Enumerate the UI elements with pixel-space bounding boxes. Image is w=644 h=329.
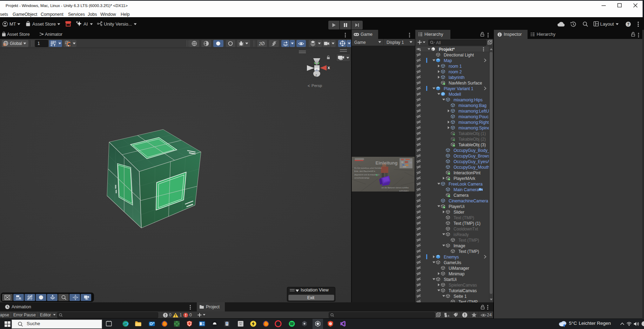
svg-text:Du bist bewohner einer fremden: Du bist bewohner einer fremden [354, 167, 382, 169]
svg-text:2: 2 [259, 41, 261, 46]
svg-text:x: x [328, 65, 330, 70]
svg-text:z: z [315, 73, 317, 77]
svg-text:?: ? [627, 22, 630, 26]
svg-text:verschiedenartige: verschiedenartige [354, 177, 369, 179]
svg-text:Erde, dein Raumschiff is: Erde, dein Raumschiff is [354, 170, 375, 172]
svg-text:abgestürzt und du brauchst 3: abgestürzt und du brauchst 3 [354, 174, 379, 176]
svg-text:um die Batterien deines schiff: um die Batterien deines schiffes [381, 187, 409, 189]
svg-text:Einleitung: Einleitung [376, 160, 398, 166]
svg-text:mu: mu [240, 324, 242, 326]
svg-text:Y: Y [53, 43, 56, 46]
svg-text:aufzuladen: aufzuladen [399, 190, 409, 192]
